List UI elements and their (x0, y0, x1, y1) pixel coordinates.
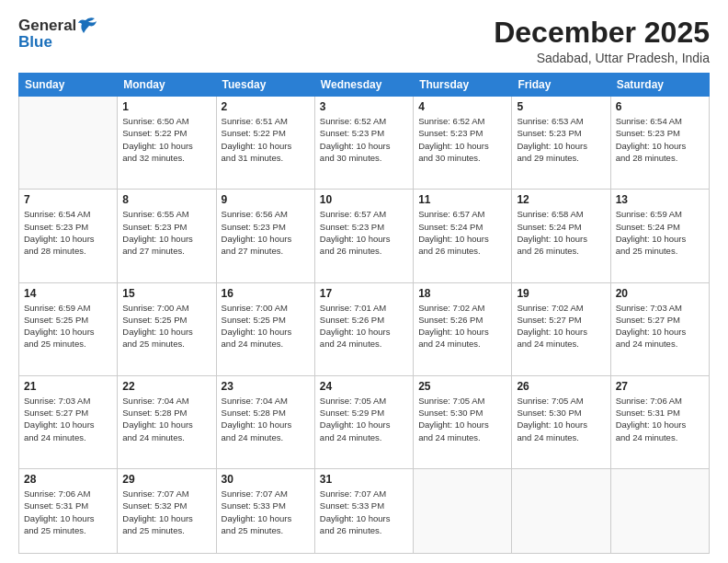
col-wednesday: Wednesday (314, 74, 413, 97)
day-info: Sunrise: 6:54 AM Sunset: 5:23 PM Dayligh… (616, 115, 704, 164)
table-row: 7Sunrise: 6:54 AM Sunset: 5:23 PM Daylig… (19, 190, 118, 282)
day-info: Sunrise: 6:59 AM Sunset: 5:25 PM Dayligh… (24, 302, 112, 350)
day-info: Sunrise: 6:58 AM Sunset: 5:24 PM Dayligh… (517, 208, 605, 257)
day-info: Sunrise: 7:06 AM Sunset: 5:31 PM Dayligh… (24, 488, 112, 536)
table-row: 19Sunrise: 7:02 AM Sunset: 5:27 PM Dayli… (512, 282, 610, 375)
day-number: 22 (122, 380, 210, 393)
table-row: 3Sunrise: 6:52 AM Sunset: 5:23 PM Daylig… (314, 97, 413, 190)
table-row: 26Sunrise: 7:05 AM Sunset: 5:30 PM Dayli… (512, 375, 610, 468)
day-number: 17 (320, 287, 408, 300)
table-row: 18Sunrise: 7:02 AM Sunset: 5:26 PM Dayli… (414, 282, 512, 375)
day-number: 24 (320, 380, 408, 393)
day-info: Sunrise: 7:05 AM Sunset: 5:30 PM Dayligh… (418, 395, 506, 443)
day-info: Sunrise: 7:00 AM Sunset: 5:25 PM Dayligh… (122, 302, 210, 350)
table-row: 16Sunrise: 7:00 AM Sunset: 5:25 PM Dayli… (216, 282, 314, 375)
table-row: 24Sunrise: 7:05 AM Sunset: 5:29 PM Dayli… (314, 375, 413, 468)
table-row (19, 97, 118, 190)
day-number: 28 (24, 473, 112, 486)
day-info: Sunrise: 7:01 AM Sunset: 5:26 PM Dayligh… (320, 302, 408, 350)
day-number: 25 (418, 380, 506, 393)
calendar-table: Sunday Monday Tuesday Wednesday Thursday… (18, 73, 710, 554)
day-number: 20 (616, 287, 704, 300)
day-number: 1 (122, 100, 210, 113)
day-number: 12 (517, 193, 605, 206)
table-row: 17Sunrise: 7:01 AM Sunset: 5:26 PM Dayli… (314, 282, 413, 375)
day-info: Sunrise: 7:03 AM Sunset: 5:27 PM Dayligh… (24, 395, 112, 443)
day-number: 21 (24, 380, 112, 393)
day-info: Sunrise: 7:02 AM Sunset: 5:27 PM Dayligh… (517, 302, 605, 350)
day-info: Sunrise: 7:04 AM Sunset: 5:28 PM Dayligh… (122, 395, 210, 443)
day-info: Sunrise: 6:59 AM Sunset: 5:24 PM Dayligh… (616, 208, 704, 257)
col-friday: Friday (512, 74, 610, 97)
day-info: Sunrise: 7:07 AM Sunset: 5:33 PM Dayligh… (222, 488, 310, 536)
table-row: 14Sunrise: 6:59 AM Sunset: 5:25 PM Dayli… (19, 282, 118, 375)
day-info: Sunrise: 7:05 AM Sunset: 5:30 PM Dayligh… (517, 395, 605, 443)
day-info: Sunrise: 6:57 AM Sunset: 5:24 PM Dayligh… (418, 208, 506, 257)
day-number: 18 (418, 287, 506, 300)
table-row (610, 468, 709, 553)
table-row: 12Sunrise: 6:58 AM Sunset: 5:24 PM Dayli… (512, 190, 610, 282)
day-number: 14 (24, 287, 112, 300)
table-row (512, 468, 610, 553)
table-row: 27Sunrise: 7:06 AM Sunset: 5:31 PM Dayli… (610, 375, 709, 468)
day-number: 5 (517, 100, 605, 113)
day-info: Sunrise: 6:54 AM Sunset: 5:23 PM Dayligh… (24, 208, 112, 257)
title-block: December 2025 Sadabad, Uttar Pradesh, In… (494, 17, 710, 65)
table-row: 5Sunrise: 6:53 AM Sunset: 5:23 PM Daylig… (512, 97, 610, 190)
day-info: Sunrise: 7:04 AM Sunset: 5:28 PM Dayligh… (222, 395, 310, 443)
header: General Blue December 2025 Sadabad, Utta… (18, 17, 710, 65)
day-info: Sunrise: 7:02 AM Sunset: 5:26 PM Dayligh… (418, 302, 506, 350)
table-row: 2Sunrise: 6:51 AM Sunset: 5:22 PM Daylig… (216, 97, 314, 190)
day-number: 2 (222, 100, 310, 113)
table-row: 8Sunrise: 6:55 AM Sunset: 5:23 PM Daylig… (118, 190, 216, 282)
day-number: 15 (122, 287, 210, 300)
logo-general-text: General (18, 17, 76, 35)
col-monday: Monday (118, 74, 216, 97)
day-number: 23 (222, 380, 310, 393)
location: Sadabad, Uttar Pradesh, India (494, 51, 710, 65)
table-row: 15Sunrise: 7:00 AM Sunset: 5:25 PM Dayli… (118, 282, 216, 375)
col-saturday: Saturday (610, 74, 709, 97)
day-info: Sunrise: 7:06 AM Sunset: 5:31 PM Dayligh… (616, 395, 704, 443)
logo-blue-text: Blue (18, 33, 52, 52)
day-info: Sunrise: 7:07 AM Sunset: 5:33 PM Dayligh… (320, 488, 408, 536)
table-row (414, 468, 512, 553)
table-row: 29Sunrise: 7:07 AM Sunset: 5:32 PM Dayli… (118, 468, 216, 553)
table-row: 31Sunrise: 7:07 AM Sunset: 5:33 PM Dayli… (314, 468, 413, 553)
day-number: 31 (320, 473, 408, 486)
day-info: Sunrise: 6:52 AM Sunset: 5:23 PM Dayligh… (418, 115, 506, 164)
table-row: 22Sunrise: 7:04 AM Sunset: 5:28 PM Dayli… (118, 375, 216, 468)
table-row: 10Sunrise: 6:57 AM Sunset: 5:23 PM Dayli… (314, 190, 413, 282)
day-number: 26 (517, 380, 605, 393)
day-info: Sunrise: 6:55 AM Sunset: 5:23 PM Dayligh… (122, 208, 210, 257)
day-number: 10 (320, 193, 408, 206)
day-number: 16 (222, 287, 310, 300)
day-number: 27 (616, 380, 704, 393)
calendar-header-row: Sunday Monday Tuesday Wednesday Thursday… (19, 74, 710, 97)
logo: General Blue (18, 17, 98, 52)
page: General Blue December 2025 Sadabad, Utta… (0, 0, 728, 563)
day-info: Sunrise: 6:57 AM Sunset: 5:23 PM Dayligh… (320, 208, 408, 257)
day-info: Sunrise: 6:52 AM Sunset: 5:23 PM Dayligh… (320, 115, 408, 164)
table-row: 28Sunrise: 7:06 AM Sunset: 5:31 PM Dayli… (19, 468, 118, 553)
day-number: 6 (616, 100, 704, 113)
table-row: 20Sunrise: 7:03 AM Sunset: 5:27 PM Dayli… (610, 282, 709, 375)
col-sunday: Sunday (19, 74, 118, 97)
table-row: 25Sunrise: 7:05 AM Sunset: 5:30 PM Dayli… (414, 375, 512, 468)
day-number: 13 (616, 193, 704, 206)
logo-bird-icon (78, 17, 98, 35)
day-info: Sunrise: 7:00 AM Sunset: 5:25 PM Dayligh… (222, 302, 310, 350)
table-row: 6Sunrise: 6:54 AM Sunset: 5:23 PM Daylig… (610, 97, 709, 190)
table-row: 13Sunrise: 6:59 AM Sunset: 5:24 PM Dayli… (610, 190, 709, 282)
col-thursday: Thursday (414, 74, 512, 97)
day-info: Sunrise: 6:50 AM Sunset: 5:22 PM Dayligh… (122, 115, 210, 164)
day-number: 7 (24, 193, 112, 206)
day-info: Sunrise: 7:03 AM Sunset: 5:27 PM Dayligh… (616, 302, 704, 350)
day-info: Sunrise: 7:07 AM Sunset: 5:32 PM Dayligh… (122, 488, 210, 536)
table-row: 21Sunrise: 7:03 AM Sunset: 5:27 PM Dayli… (19, 375, 118, 468)
day-number: 9 (222, 193, 310, 206)
table-row: 30Sunrise: 7:07 AM Sunset: 5:33 PM Dayli… (216, 468, 314, 553)
table-row: 1Sunrise: 6:50 AM Sunset: 5:22 PM Daylig… (118, 97, 216, 190)
day-number: 8 (122, 193, 210, 206)
day-info: Sunrise: 7:05 AM Sunset: 5:29 PM Dayligh… (320, 395, 408, 443)
